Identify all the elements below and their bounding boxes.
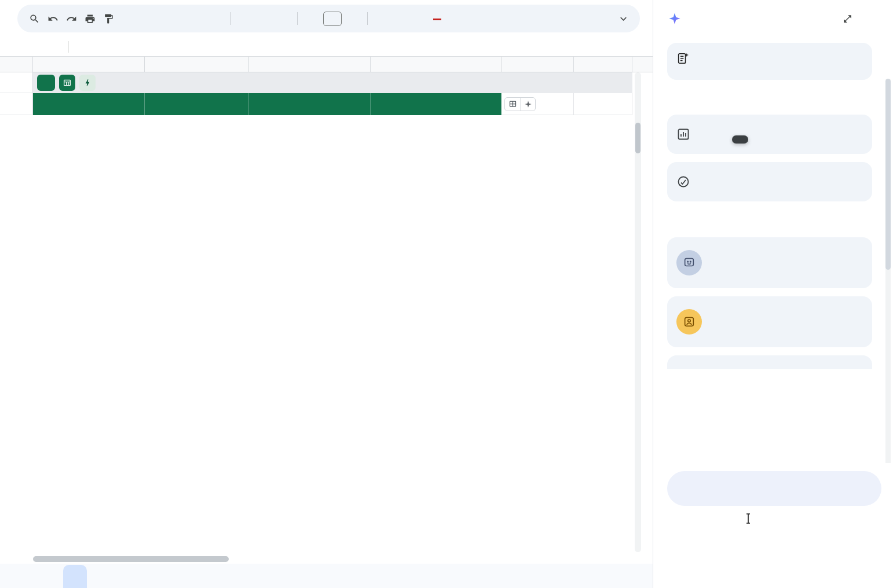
column-headers [0,57,653,72]
search-icon[interactable] [25,10,43,27]
italic-button[interactable] [391,10,409,27]
column-header-d[interactable] [371,57,502,72]
gemini-spark-icon[interactable] [520,98,535,111]
sheet-tab-project-silk-tracker[interactable] [36,564,60,588]
paint-format-button[interactable] [100,10,117,27]
row-header[interactable] [0,72,33,93]
sentiment-analyzer-icon [676,250,702,275]
suggestion-generate-chart[interactable] [667,115,872,154]
more-gems-tooltip [732,135,748,144]
font-size-input[interactable] [323,12,342,26]
table-header-row [0,93,653,115]
table-name-chip[interactable] [37,75,55,91]
prompt-input[interactable] [667,471,881,506]
table-toolbar-row [0,72,653,93]
scrollbar-thumb[interactable] [33,556,229,562]
column-header-a[interactable] [33,57,145,72]
more-options-icon[interactable] [812,9,832,28]
header-achievement[interactable] [249,93,371,115]
outreach-specialist-icon [676,309,702,335]
gemini-disclaimer [667,517,881,530]
scroll-arrows [625,554,632,564]
scrollbar-thumb[interactable] [635,123,641,153]
toolbar [17,5,640,32]
sheet-tabs-bar [0,564,653,588]
strikethrough-button[interactable] [410,10,427,27]
zoom-select[interactable] [118,10,133,27]
chart-icon [676,127,690,141]
divider [68,41,69,53]
gemini-prompt-area [653,463,893,588]
insights-icon [676,175,690,189]
expand-icon[interactable] [837,9,857,28]
gem-sales-pitch-ideator[interactable] [667,355,872,369]
font-select[interactable] [236,10,292,27]
table-toolbar-band [33,72,632,93]
header-team-status[interactable] [371,93,502,115]
spreadsheet-grid [0,57,653,554]
column-header-c[interactable] [249,57,371,72]
select-all-corner[interactable] [0,57,33,72]
add-column-icon[interactable] [505,98,520,111]
column-header-f[interactable] [574,57,632,72]
table-autofill-icon[interactable] [79,75,96,91]
suggestion-analyze-insights[interactable] [667,162,872,201]
percent-format-button[interactable] [152,10,170,27]
number-format-button[interactable] [208,10,225,27]
redo-button[interactable] [63,10,80,27]
decrease-decimal-button[interactable] [171,10,188,27]
cell-e1 [502,93,574,115]
header-salesperson-name[interactable] [33,93,145,115]
close-icon[interactable] [863,9,883,28]
horizontal-scrollbar[interactable] [0,554,653,564]
header-sales-region[interactable] [145,93,249,115]
summary-card [667,43,872,80]
text-color-swatch [433,19,441,20]
gemini-panel [653,0,893,588]
increase-font-size-button[interactable] [345,10,362,27]
print-button[interactable] [81,10,98,27]
toolbar-separator [297,12,298,25]
summary-icon [676,52,689,65]
bold-button[interactable] [373,10,390,27]
gemini-spark-icon [668,12,681,25]
text-cursor [745,513,752,524]
gem-sentiment-analyzer[interactable] [667,237,872,288]
toolbar-separator [230,12,231,25]
gemini-header [653,0,893,37]
text-color-button[interactable] [429,10,446,27]
column-header-b[interactable] [145,57,249,72]
gem-outreach-specialist[interactable] [667,296,872,347]
increase-decimal-button[interactable] [189,10,207,27]
spreadsheet-pane [0,0,653,588]
see-what-gemini-can-do[interactable] [667,87,872,115]
sheet-tab-seller-status[interactable] [63,565,87,588]
gems-section-row[interactable] [667,210,872,237]
row-header[interactable] [0,93,33,115]
gemini-content [653,37,893,463]
undo-button[interactable] [44,10,61,27]
toolbar-wrap [0,0,653,37]
toolbar-separator [367,12,368,25]
column-header-e[interactable] [502,57,574,72]
vertical-scrollbar[interactable] [635,72,641,552]
collapse-toolbar-icon[interactable] [614,10,632,27]
panel-scrollbar[interactable] [885,79,891,463]
table-view-icon[interactable] [59,75,75,91]
decrease-font-size-button[interactable] [303,10,320,27]
table-tools [504,97,536,111]
scrollbar-thumb[interactable] [885,79,891,270]
currency-format-button[interactable] [134,10,151,27]
formula-bar [0,37,653,57]
cell-f1[interactable] [574,93,632,115]
